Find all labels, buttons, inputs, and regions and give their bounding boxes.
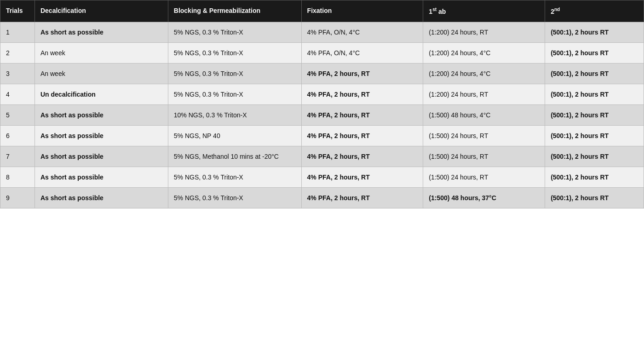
cell-decalcification: As short as possible bbox=[34, 22, 168, 42]
table-row: 8As short as possible5% NGS, 0.3 % Trito… bbox=[0, 167, 644, 187]
cell-fixation: 4% PFA, 2 hours, RT bbox=[301, 187, 423, 208]
table-row: 7As short as possible5% NGS, Methanol 10… bbox=[0, 146, 644, 167]
cell-decalcification: As short as possible bbox=[34, 187, 168, 208]
cell-blocking: 5% NGS, 0.3 % Triton-X bbox=[168, 63, 301, 84]
cell-first-ab: (1:500) 24 hours, RT bbox=[423, 167, 545, 187]
cell-second-ab: (500:1), 2 hours RT bbox=[545, 125, 644, 146]
cell-decalcification: As short as possible bbox=[34, 167, 168, 187]
table-row: 5As short as possible10% NGS, 0.3 % Trit… bbox=[0, 104, 644, 125]
table-row: 4Un decalcification5% NGS, 0.3 % Triton-… bbox=[0, 84, 644, 104]
header-decalcification: Decalcification bbox=[34, 0, 168, 22]
cell-decalcification: Un decalcification bbox=[34, 84, 168, 104]
cell-decalcification: As short as possible bbox=[34, 146, 168, 167]
cell-blocking: 5% NGS, 0.3 % Triton-X bbox=[168, 84, 301, 104]
cell-trial: 4 bbox=[0, 84, 35, 104]
main-table-container: Trials Decalcification Blocking & Permea… bbox=[0, 0, 644, 208]
cell-trial: 2 bbox=[0, 42, 35, 63]
cell-fixation: 4% PFA, 2 hours, RT bbox=[301, 125, 423, 146]
table-row: 6As short as possible5% NGS, NP 404% PFA… bbox=[0, 125, 644, 146]
cell-fixation: 4% PFA, O/N, 4°C bbox=[301, 22, 423, 42]
cell-blocking: 5% NGS, Methanol 10 mins at -20°C bbox=[168, 146, 301, 167]
cell-decalcification: As short as possible bbox=[34, 104, 168, 125]
cell-blocking: 5% NGS, 0.3 % Triton-X bbox=[168, 187, 301, 208]
cell-blocking: 5% NGS, 0.3 % Triton-X bbox=[168, 22, 301, 42]
cell-second-ab: (500:1), 2 hours RT bbox=[545, 63, 644, 84]
table-row: 2An week5% NGS, 0.3 % Triton-X4% PFA, O/… bbox=[0, 42, 644, 63]
cell-decalcification: An week bbox=[34, 63, 168, 84]
cell-first-ab: (1:200) 24 hours, RT bbox=[423, 84, 545, 104]
header-trials: Trials bbox=[0, 0, 35, 22]
cell-second-ab: (500:1), 2 hours RT bbox=[545, 84, 644, 104]
cell-fixation: 4% PFA, 2 hours, RT bbox=[301, 63, 423, 84]
header-second-ab: 2nd bbox=[545, 0, 644, 22]
cell-second-ab: (500:1), 2 hours RT bbox=[545, 167, 644, 187]
cell-trial: 8 bbox=[0, 167, 35, 187]
cell-fixation: 4% PFA, 2 hours, RT bbox=[301, 84, 423, 104]
cell-second-ab: (500:1), 2 hours RT bbox=[545, 146, 644, 167]
header-row: Trials Decalcification Blocking & Permea… bbox=[0, 0, 644, 22]
cell-decalcification: An week bbox=[34, 42, 168, 63]
cell-second-ab: (500:1), 2 hours RT bbox=[545, 22, 644, 42]
cell-first-ab: (1:500) 48 hours, 37°C bbox=[423, 187, 545, 208]
cell-trial: 7 bbox=[0, 146, 35, 167]
table-row: 3An week5% NGS, 0.3 % Triton-X4% PFA, 2 … bbox=[0, 63, 644, 84]
cell-first-ab: (1:500) 48 hours, 4°C bbox=[423, 104, 545, 125]
cell-blocking: 10% NGS, 0.3 % Triton-X bbox=[168, 104, 301, 125]
cell-trial: 5 bbox=[0, 104, 35, 125]
cell-first-ab: (1:500) 24 hours, RT bbox=[423, 146, 545, 167]
cell-blocking: 5% NGS, NP 40 bbox=[168, 125, 301, 146]
cell-trial: 1 bbox=[0, 22, 35, 42]
cell-blocking: 5% NGS, 0.3 % Triton-X bbox=[168, 167, 301, 187]
cell-first-ab: (1:200) 24 hours, 4°C bbox=[423, 63, 545, 84]
data-table: Trials Decalcification Blocking & Permea… bbox=[0, 0, 644, 208]
header-fixation: Fixation bbox=[301, 0, 423, 22]
cell-first-ab: (1:500) 24 hours, RT bbox=[423, 125, 545, 146]
cell-second-ab: (500:1), 2 hours RT bbox=[545, 187, 644, 208]
header-first-ab: 1st ab bbox=[423, 0, 545, 22]
table-row: 9As short as possible5% NGS, 0.3 % Trito… bbox=[0, 187, 644, 208]
header-blocking: Blocking & Permeabilization bbox=[168, 0, 301, 22]
cell-trial: 3 bbox=[0, 63, 35, 84]
cell-first-ab: (1:200) 24 hours, 4°C bbox=[423, 42, 545, 63]
cell-decalcification: As short as possible bbox=[34, 125, 168, 146]
table-row: 1As short as possible5% NGS, 0.3 % Trito… bbox=[0, 22, 644, 42]
table-body: 1As short as possible5% NGS, 0.3 % Trito… bbox=[0, 22, 644, 208]
cell-fixation: 4% PFA, 2 hours, RT bbox=[301, 104, 423, 125]
cell-trial: 6 bbox=[0, 125, 35, 146]
cell-trial: 9 bbox=[0, 187, 35, 208]
cell-fixation: 4% PFA, 2 hours, RT bbox=[301, 167, 423, 187]
cell-fixation: 4% PFA, 2 hours, RT bbox=[301, 146, 423, 167]
cell-fixation: 4% PFA, O/N, 4°C bbox=[301, 42, 423, 63]
cell-first-ab: (1:200) 24 hours, RT bbox=[423, 22, 545, 42]
cell-blocking: 5% NGS, 0.3 % Triton-X bbox=[168, 42, 301, 63]
cell-second-ab: (500:1), 2 hours RT bbox=[545, 104, 644, 125]
cell-second-ab: (500:1), 2 hours RT bbox=[545, 42, 644, 63]
